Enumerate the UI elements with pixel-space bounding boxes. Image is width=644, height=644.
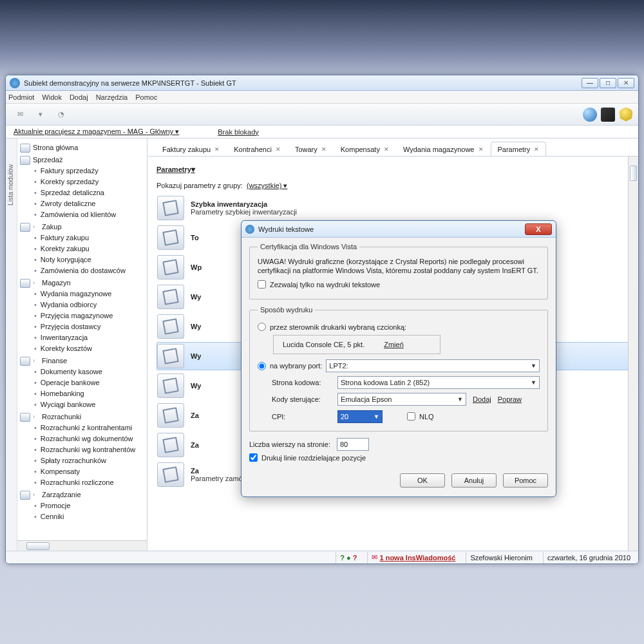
globe-icon[interactable] [583, 108, 597, 122]
sidebar-group[interactable]: ›Rozrachunki [20, 412, 146, 422]
sidebar-item[interactable]: Promocje [20, 500, 146, 511]
status-date: czwartek, 16 grudnia 2010 [543, 552, 634, 564]
dialog-titlebar[interactable]: Wydruki tekstowe X [242, 221, 556, 238]
sidebar-item[interactable]: Dokumenty kasowe [20, 366, 146, 377]
sidebar-item[interactable]: Kompensaty [20, 466, 146, 477]
envelope-icon[interactable]: ✉ [372, 553, 377, 562]
maximize-button[interactable]: □ [600, 78, 616, 88]
fix-link[interactable]: Popraw [498, 395, 522, 403]
sidebar-item[interactable]: Wyciągi bankowe [20, 399, 146, 410]
sidebar-item[interactable]: Wydania odbiorcy [20, 299, 146, 310]
sidebar: Lista modułów Strona głównaSprzedażFaktu… [6, 138, 147, 551]
minimize-button[interactable]: — [582, 78, 598, 88]
radio-driver-font[interactable]: przez sterownik drukarki wybraną czcionk… [258, 323, 540, 331]
close-icon[interactable]: ✕ [534, 146, 539, 153]
rows-input[interactable]: 80 [337, 438, 369, 451]
sidebar-group[interactable]: ›Zarządzanie [20, 489, 146, 500]
sidebar-item[interactable]: Spłaty rozrachunków [20, 455, 146, 466]
status-message[interactable]: 1 nowa InsWiadomość [380, 554, 456, 562]
close-icon[interactable]: ✕ [384, 146, 389, 153]
sidebar-group[interactable]: ›Zakup [20, 222, 146, 232]
tab[interactable]: Kontrahenci✕ [227, 142, 288, 156]
sidebar-hscroll[interactable] [17, 540, 147, 551]
close-icon[interactable]: ✕ [214, 146, 220, 153]
fieldset-print-method: Sposób wydruku przez sterownik drukarki … [249, 306, 548, 431]
toolbar-btn-dropdown[interactable]: ▾ [32, 106, 50, 123]
sidebar-item[interactable]: Sprzedaż detaliczna [20, 187, 146, 198]
sidebar-item[interactable]: Korekty sprzedaży [20, 176, 146, 187]
sidebar-item[interactable]: Korekty zakupu [20, 243, 146, 254]
menu-item[interactable]: Narzędzia [96, 93, 128, 101]
sidebar-item[interactable]: Korekty kosztów [20, 343, 146, 354]
statusbar: ? ● ? ✉ 1 nowa InsWiadomość Szefowski Hi… [6, 551, 638, 564]
param-icon [157, 374, 184, 398]
sidebar-item[interactable]: Noty korygujące [20, 254, 146, 265]
sidebar-item[interactable]: Faktury sprzedaży [20, 166, 146, 176]
help-button[interactable]: Pomoc [503, 473, 548, 488]
param-icon [157, 225, 184, 250]
tab[interactable]: Kompensaty✕ [334, 142, 396, 156]
sidebar-item[interactable]: Operacje bankowe [20, 377, 146, 388]
dialog-close-button[interactable]: X [525, 223, 552, 235]
checkbox-separator-lines[interactable]: Drukuj linie rozdzielające pozycje [249, 453, 548, 462]
close-button[interactable]: ✕ [618, 78, 634, 88]
sidebar-item[interactable]: Homebanking [20, 388, 146, 399]
tab[interactable]: Parametry✕ [491, 142, 547, 156]
warehouse-selector[interactable]: Aktualnie pracujesz z magazynem - MAG - … [14, 128, 179, 136]
add-link[interactable]: Dodaj [473, 395, 491, 403]
sidebar-item[interactable]: Zwroty detaliczne [20, 198, 146, 209]
menu-item[interactable]: Pomoc [135, 93, 157, 101]
sidebar-group[interactable]: Sprzedaż [20, 155, 146, 166]
sidebar-group[interactable]: ›Magazyn [20, 278, 146, 289]
toolbar-btn-mail[interactable]: ✉ [11, 106, 29, 123]
checkbox-nlq[interactable]: NLQ [407, 412, 466, 421]
close-icon[interactable]: ✕ [478, 146, 484, 153]
box-icon[interactable] [601, 108, 615, 122]
sidebar-item[interactable]: Przyjęcia magazynowe [20, 310, 146, 321]
sidebar-item[interactable]: Zamówienia do dostawców [20, 265, 146, 276]
scrollbar-thumb[interactable] [26, 542, 50, 550]
ok-button[interactable]: OK [400, 473, 445, 488]
sidebar-group[interactable]: ›Finanse [20, 355, 146, 366]
sidebar-item[interactable]: Przyjęcia dostawcy [20, 321, 146, 332]
sidebar-item[interactable]: Rozrachunki z kontrahentami [20, 422, 146, 433]
port-select[interactable]: LPT2:▼ [326, 359, 540, 372]
sidebar-item[interactable]: Zamówienia od klientów [20, 209, 146, 220]
lock-status[interactable]: Brak blokady [218, 128, 259, 136]
content-vscroll[interactable] [628, 156, 638, 551]
scrollbar-thumb[interactable] [630, 166, 637, 181]
help-icon[interactable]: ? [340, 554, 345, 562]
titlebar[interactable]: Subiekt demonstracyjny na serwerze MKP\I… [6, 75, 638, 91]
sidebar-item[interactable]: Faktury zakupu [20, 232, 146, 243]
shield-icon[interactable] [619, 108, 633, 122]
sidebar-item[interactable]: Rozrachunki wg kontrahentów [20, 444, 146, 455]
close-icon[interactable]: ✕ [321, 146, 327, 153]
sidebar-item[interactable]: Rozrachunki wg dokumentów [20, 433, 146, 444]
toolbar-btn-disc[interactable]: ◔ [52, 106, 70, 123]
codepage-select[interactable]: Strona kodowa Latin 2 (852)▼ [337, 376, 540, 389]
codes-select[interactable]: Emulacja Epson▼ [337, 393, 466, 406]
close-icon[interactable]: ✕ [276, 146, 281, 153]
tab[interactable]: Wydania magazynowe✕ [396, 142, 491, 156]
menu-item[interactable]: Widok [42, 93, 62, 101]
page-title[interactable]: Parametry▾ [156, 162, 629, 175]
menu-item[interactable]: Podmiot [8, 93, 34, 101]
change-font-link[interactable]: Zmień [384, 341, 404, 348]
param-row[interactable]: Szybka inwentaryzacjaParametry szybkiej … [156, 194, 629, 222]
sidebar-item[interactable]: Rozrachunki rozliczone [20, 477, 146, 488]
cpi-select[interactable]: 20▼ [337, 410, 383, 423]
fieldset-certification: Certyfikacja dla Windows Vista UWAGA! Wy… [249, 243, 548, 299]
checkbox-text-only[interactable]: Zezwalaj tylko na wydruki tekstowe [258, 280, 540, 289]
tab[interactable]: Faktury zakupu✕ [155, 142, 227, 156]
radio-port[interactable]: na wybrany port: LPT2:▼ [258, 359, 540, 372]
menu-item[interactable]: Dodaj [70, 93, 88, 101]
tab[interactable]: Towary✕ [288, 142, 334, 156]
status-user: Szefowski Hieronim [466, 552, 536, 564]
sidebar-item[interactable]: Inwentaryzacja [20, 332, 146, 343]
filter-dropdown[interactable]: (wszystkie) ▾ [247, 182, 287, 189]
cancel-button[interactable]: Anuluj [451, 473, 497, 488]
sidebar-group[interactable]: Strona główna [20, 142, 146, 153]
sidebar-item[interactable]: Cenniki [20, 511, 146, 522]
alert-icon[interactable]: ? [353, 554, 357, 562]
sidebar-item[interactable]: Wydania magazynowe [20, 289, 146, 299]
